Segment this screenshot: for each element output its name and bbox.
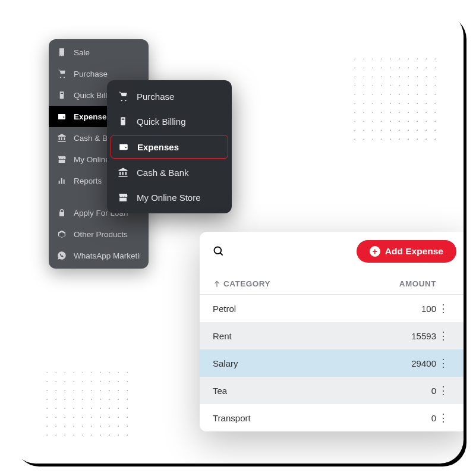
sidebar-item-label: Reports: [74, 176, 102, 185]
submenu-item-label: Purchase: [137, 92, 174, 102]
submenu-item-label: Cash & Bank: [137, 168, 189, 178]
cart-icon: [118, 91, 128, 102]
bank-icon: [118, 167, 128, 178]
sidebar-item-label: Sale: [74, 48, 90, 57]
submenu-item-cash-bank[interactable]: Cash & Bank: [107, 160, 232, 185]
wallet-icon: [118, 141, 129, 152]
sidebar-item-other-products[interactable]: Other Products: [49, 223, 149, 245]
row-actions-button[interactable]: ⋮: [436, 330, 450, 341]
sidebar-item-sale[interactable]: Sale: [49, 42, 149, 63]
svg-rect-0: [60, 92, 64, 99]
bank-icon: [57, 133, 67, 143]
cell-amount: 0: [377, 386, 436, 396]
table-row[interactable]: Petrol100⋮: [200, 295, 464, 322]
kebab-icon: ⋮: [438, 357, 449, 369]
cell-amount: 0: [377, 413, 436, 423]
cell-amount: 29400: [377, 358, 436, 368]
svg-line-8: [220, 253, 223, 256]
whatsapp-icon: [57, 251, 67, 260]
cell-category: Salary: [213, 358, 377, 368]
submenu-item-expenses[interactable]: Expenses: [111, 135, 228, 159]
row-actions-button[interactable]: ⋮: [436, 358, 450, 368]
cell-amount: 15593: [377, 331, 436, 341]
plus-circle-icon: +: [370, 246, 380, 257]
sidebar-item-label: Other Products: [74, 230, 128, 239]
svg-rect-1: [61, 93, 63, 94]
box-icon: [57, 229, 67, 239]
column-header-amount[interactable]: AMOUNT: [377, 279, 436, 288]
add-expense-label: Add Expense: [385, 246, 443, 257]
store-icon: [118, 192, 128, 203]
dot-decoration: [351, 55, 440, 144]
submenu-item-my-online-store[interactable]: My Online Store: [107, 185, 232, 210]
search-button[interactable]: [210, 243, 227, 260]
kebab-icon: ⋮: [438, 302, 449, 314]
chart-icon: [57, 176, 67, 185]
submenu-item-label: My Online Store: [137, 193, 201, 203]
sidebar-item-label: Expenses: [74, 112, 111, 121]
svg-rect-4: [64, 179, 65, 184]
table-body: Petrol100⋮Rent15593⋮Salary29400⋮Tea0⋮Tra…: [200, 295, 464, 431]
submenu-item-label: Expenses: [137, 142, 179, 152]
panel-toolbar: + Add Expense: [200, 232, 464, 271]
table-row[interactable]: Salary29400⋮: [200, 349, 464, 377]
sidebar-item-label: WhatsApp Marketing: [74, 251, 140, 260]
submenu-item-purchase[interactable]: Purchase: [107, 84, 232, 109]
store-icon: [57, 155, 67, 164]
submenu-item-label: Quick Billing: [137, 116, 186, 127]
wallet-icon: [57, 112, 67, 121]
table-row[interactable]: Transport0⋮: [200, 404, 464, 431]
main-card: SalePurchaseQuick BillingExpensesCash & …: [12, 12, 464, 464]
svg-rect-3: [61, 178, 62, 184]
receipt-icon: [57, 48, 67, 57]
row-actions-button[interactable]: ⋮: [436, 412, 450, 423]
svg-rect-6: [122, 119, 125, 120]
submenu-item-quick-billing[interactable]: Quick Billing: [107, 109, 232, 134]
table-header: CATEGORY AMOUNT: [200, 271, 464, 295]
cart-icon: [57, 69, 67, 78]
sort-up-icon: [213, 280, 221, 288]
sidebar-item-whatsapp-marketing[interactable]: WhatsApp Marketing: [49, 245, 149, 266]
expense-panel: + Add Expense CATEGORY AMOUNT Petrol100⋮…: [200, 232, 464, 431]
dot-decoration: [43, 368, 132, 440]
add-expense-button[interactable]: + Add Expense: [357, 240, 456, 263]
sidebar-submenu: PurchaseQuick BillingExpensesCash & Bank…: [107, 80, 232, 213]
bill-icon: [57, 90, 67, 100]
cell-category: Transport: [213, 413, 377, 423]
kebab-icon: ⋮: [438, 330, 449, 342]
sidebar-item-label: Purchase: [74, 70, 108, 78]
cell-category: Petrol: [213, 304, 377, 314]
kebab-icon: ⋮: [438, 412, 449, 424]
lock-icon: [57, 208, 67, 217]
cell-category: Rent: [213, 331, 377, 341]
column-header-category[interactable]: CATEGORY: [213, 279, 377, 288]
search-icon: [213, 245, 225, 257]
cell-category: Tea: [213, 386, 377, 396]
svg-rect-2: [59, 181, 60, 184]
table-row[interactable]: Tea0⋮: [200, 377, 464, 404]
row-actions-button[interactable]: ⋮: [436, 303, 450, 314]
cell-amount: 100: [377, 304, 436, 314]
table-row[interactable]: Rent15593⋮: [200, 322, 464, 349]
svg-rect-5: [121, 117, 125, 125]
bill-icon: [118, 116, 128, 127]
kebab-icon: ⋮: [438, 384, 449, 396]
svg-point-7: [215, 247, 222, 254]
row-actions-button[interactable]: ⋮: [436, 385, 450, 396]
